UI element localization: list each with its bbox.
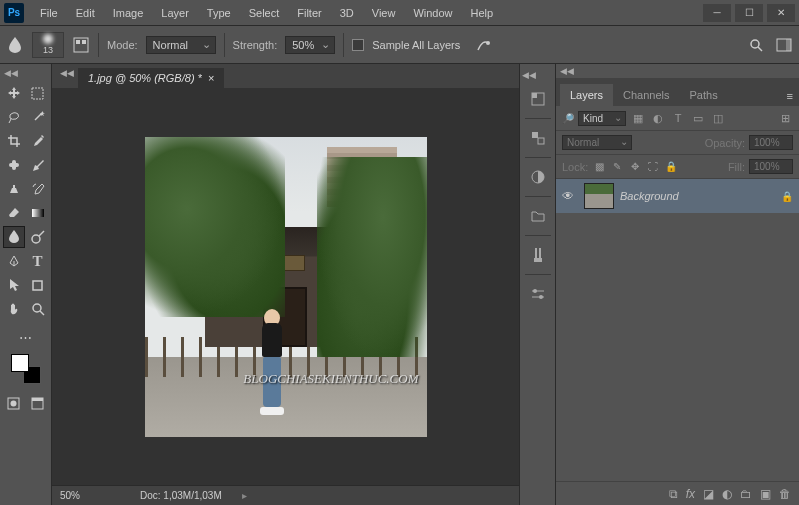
- move-tool[interactable]: [3, 82, 25, 104]
- layer-kind-select[interactable]: Kind: [578, 111, 626, 126]
- layers-collapse-icon[interactable]: ◀◀: [556, 64, 578, 78]
- history-brush-tool[interactable]: [27, 178, 49, 200]
- tab-layers[interactable]: Layers: [560, 84, 613, 106]
- strength-select[interactable]: 50%: [285, 36, 335, 54]
- layers-panel: ◀◀ Layers Channels Paths ≡ 🔎 Kind ▦ ◐ T …: [556, 64, 799, 505]
- hand-tool[interactable]: [3, 298, 25, 320]
- foreground-color[interactable]: [11, 354, 29, 372]
- dodge-tool[interactable]: [27, 226, 49, 248]
- pen-tool[interactable]: [3, 250, 25, 272]
- tab-channels[interactable]: Channels: [613, 84, 679, 106]
- canvas-viewport[interactable]: BLOGCHIASEKIENTHUC.COM: [52, 88, 519, 485]
- search-icon[interactable]: [747, 36, 765, 54]
- blend-mode-select[interactable]: Normal: [562, 135, 632, 150]
- filter-adjustment-icon[interactable]: ◐: [650, 110, 666, 126]
- magic-wand-tool[interactable]: [27, 106, 49, 128]
- brush-panel-toggle-icon[interactable]: [72, 36, 90, 54]
- layer-lock-icon[interactable]: 🔒: [781, 191, 793, 202]
- menu-edit[interactable]: Edit: [68, 3, 103, 23]
- libraries-panel-icon[interactable]: [525, 203, 551, 229]
- layer-row[interactable]: 👁 Background 🔒: [556, 179, 799, 213]
- menu-help[interactable]: Help: [463, 3, 502, 23]
- fill-input[interactable]: 100%: [749, 159, 793, 174]
- pressure-icon[interactable]: [474, 36, 492, 54]
- color-swatches[interactable]: [11, 354, 41, 384]
- crop-tool[interactable]: [3, 130, 25, 152]
- filter-shape-icon[interactable]: ▭: [690, 110, 706, 126]
- workspace-switcher-icon[interactable]: [775, 36, 793, 54]
- history-panel-icon[interactable]: [525, 86, 551, 112]
- status-doc-info[interactable]: Doc: 1,03M/1,03M: [140, 490, 222, 501]
- lock-all-icon[interactable]: 🔒: [664, 160, 678, 174]
- adjustment-layer-icon[interactable]: ◐: [722, 487, 732, 501]
- filter-type-icon[interactable]: T: [670, 110, 686, 126]
- menu-3d[interactable]: 3D: [332, 3, 362, 23]
- eyedropper-tool[interactable]: [27, 130, 49, 152]
- layer-name[interactable]: Background: [620, 190, 775, 202]
- filter-toggle-icon[interactable]: ⊞: [777, 110, 793, 126]
- brush-tool[interactable]: [27, 154, 49, 176]
- gradient-tool[interactable]: [27, 202, 49, 224]
- layer-visibility-icon[interactable]: 👁: [562, 189, 578, 203]
- link-layers-icon[interactable]: ⧉: [669, 487, 678, 501]
- document-tab[interactable]: 1.jpg @ 50% (RGB/8) * ×: [78, 68, 224, 88]
- shape-tool[interactable]: [27, 274, 49, 296]
- svg-rect-2: [82, 40, 86, 44]
- zoom-tool[interactable]: [27, 298, 49, 320]
- filter-smart-icon[interactable]: ◫: [710, 110, 726, 126]
- lock-artboard-icon[interactable]: ⛶: [646, 160, 660, 174]
- path-selection-tool[interactable]: [3, 274, 25, 296]
- blur-tool-icon[interactable]: [6, 36, 24, 54]
- lock-pixels-icon[interactable]: ✎: [610, 160, 624, 174]
- edit-toolbar-icon[interactable]: ⋯: [15, 326, 37, 348]
- lasso-tool[interactable]: [3, 106, 25, 128]
- dock-collapse-icon[interactable]: ◀◀: [520, 68, 538, 82]
- menu-window[interactable]: Window: [405, 3, 460, 23]
- panel-menu-icon[interactable]: ≡: [781, 86, 799, 106]
- opacity-input[interactable]: 100%: [749, 135, 793, 150]
- status-zoom[interactable]: 50%: [60, 490, 120, 501]
- adjustments-panel-icon[interactable]: [525, 164, 551, 190]
- screen-mode-icon[interactable]: [27, 392, 49, 414]
- brush-size-label: 13: [43, 45, 53, 55]
- type-tool[interactable]: T: [27, 250, 49, 272]
- brush-preset-picker[interactable]: 13: [32, 32, 64, 58]
- marquee-tool[interactable]: [27, 82, 49, 104]
- svg-point-4: [751, 40, 759, 48]
- new-layer-icon[interactable]: ▣: [760, 487, 771, 501]
- clone-stamp-tool[interactable]: [3, 178, 25, 200]
- menu-select[interactable]: Select: [241, 3, 288, 23]
- filter-pixel-icon[interactable]: ▦: [630, 110, 646, 126]
- quick-mask-icon[interactable]: [3, 392, 25, 414]
- lock-position-icon[interactable]: ✥: [628, 160, 642, 174]
- maximize-button[interactable]: ☐: [735, 4, 763, 22]
- menu-filter[interactable]: Filter: [289, 3, 329, 23]
- properties-panel-icon[interactable]: [525, 281, 551, 307]
- menu-layer[interactable]: Layer: [153, 3, 197, 23]
- color-panel-icon[interactable]: [525, 125, 551, 151]
- toolbox-collapse-icon[interactable]: ◀◀: [2, 66, 20, 80]
- menu-file[interactable]: File: [32, 3, 66, 23]
- lock-transparency-icon[interactable]: ▩: [592, 160, 606, 174]
- menu-image[interactable]: Image: [105, 3, 152, 23]
- layer-group-icon[interactable]: 🗀: [740, 487, 752, 501]
- sample-all-layers-checkbox[interactable]: [352, 39, 364, 51]
- close-button[interactable]: ✕: [767, 4, 795, 22]
- blur-tool[interactable]: [3, 226, 25, 248]
- menu-type[interactable]: Type: [199, 3, 239, 23]
- status-more-icon[interactable]: ▸: [242, 490, 247, 501]
- tabs-collapse-icon[interactable]: ◀◀: [56, 64, 78, 82]
- menu-view[interactable]: View: [364, 3, 404, 23]
- layers-footer: ⧉ fx ◪ ◐ 🗀 ▣ 🗑: [556, 481, 799, 505]
- brushes-panel-icon[interactable]: [525, 242, 551, 268]
- document-tab-close-icon[interactable]: ×: [208, 72, 214, 84]
- eraser-tool[interactable]: [3, 202, 25, 224]
- delete-layer-icon[interactable]: 🗑: [779, 487, 791, 501]
- tab-paths[interactable]: Paths: [680, 84, 728, 106]
- layer-mask-icon[interactable]: ◪: [703, 487, 714, 501]
- healing-brush-tool[interactable]: [3, 154, 25, 176]
- layer-style-icon[interactable]: fx: [686, 487, 695, 501]
- minimize-button[interactable]: ─: [703, 4, 731, 22]
- layer-thumbnail[interactable]: [584, 183, 614, 209]
- mode-select[interactable]: Normal: [146, 36, 216, 54]
